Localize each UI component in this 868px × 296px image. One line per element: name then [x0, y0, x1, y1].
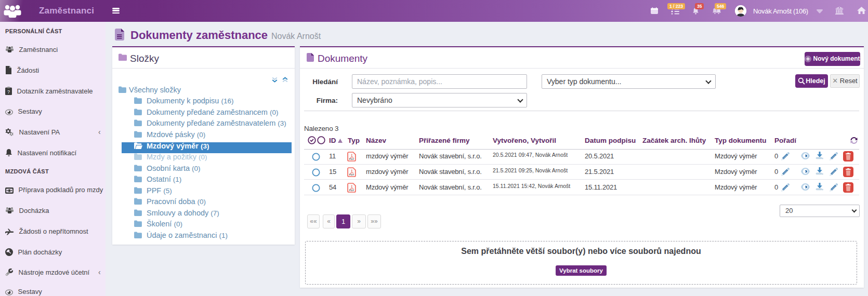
svg-text:PDF: PDF — [349, 173, 354, 176]
svg-text:PDF: PDF — [349, 158, 354, 160]
svg-text:?: ? — [7, 89, 10, 95]
svg-text:PDF: PDF — [349, 189, 354, 192]
